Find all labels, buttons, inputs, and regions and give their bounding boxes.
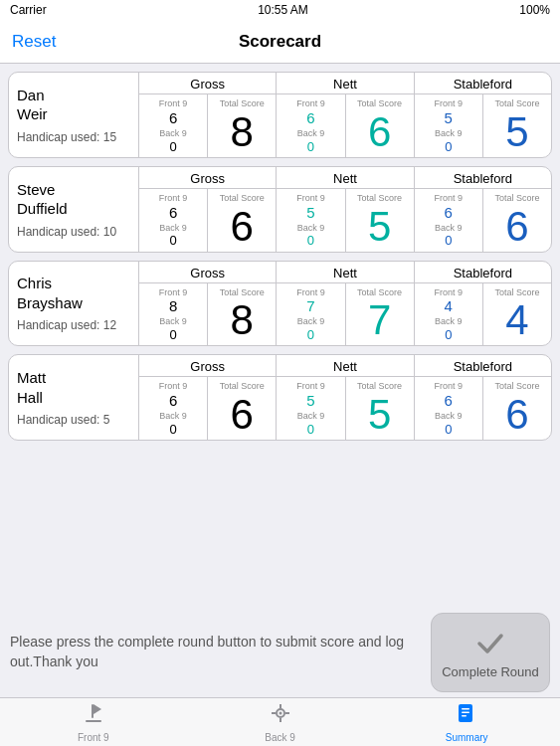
tab-front-9[interactable]: Front 9	[0, 698, 187, 746]
stableford-total-3: 6	[505, 394, 528, 436]
gross-back9-value-2: 0	[169, 327, 176, 342]
stableford-back9-value-0: 0	[445, 139, 452, 154]
stableford-total-1: 6	[505, 206, 528, 248]
checkmark-icon	[474, 627, 506, 658]
tab-label-1: Back 9	[265, 732, 295, 743]
nett-group-1: Nett Front 9 5 Back 9 0 Total Score 5	[276, 167, 413, 252]
reset-button[interactable]: Reset	[12, 32, 56, 52]
bottom-instructions: Please press the complete round button t…	[10, 633, 419, 671]
player-name-1: SteveDuffield	[17, 180, 130, 219]
nett-total-2: 7	[368, 299, 391, 341]
tab-label-0: Front 9	[78, 732, 109, 743]
gross-front9-label-0: Front 9	[159, 98, 188, 109]
stableford-group-3: Stableford Front 9 6 Back 9 0 Total Scor…	[414, 355, 551, 440]
nett-front9-value-2: 7	[306, 298, 314, 313]
gross-group-1: Gross Front 9 6 Back 9 0 Total Score 6	[138, 167, 276, 252]
stableford-front9-value-1: 6	[445, 205, 453, 220]
time-label: 10:55 AM	[258, 3, 308, 17]
player-card-3: MattHall Handicap used: 5 Gross Front 9 …	[8, 354, 552, 441]
bottom-section: Please press the complete round button t…	[0, 608, 560, 697]
player-info-1: SteveDuffield Handicap used: 10	[9, 167, 138, 252]
svg-rect-12	[462, 715, 467, 717]
tab-bar: Front 9Back 9Summary	[0, 697, 560, 746]
svg-rect-2	[86, 720, 101, 722]
stableford-header-1: Stableford	[415, 167, 551, 189]
player-handicap-3: Handicap used: 5	[17, 413, 130, 427]
gross-total-2: 8	[231, 299, 254, 341]
gross-header-3: Gross	[139, 355, 276, 377]
player-handicap-2: Handicap used: 12	[17, 318, 130, 332]
nett-total-1: 5	[368, 206, 391, 248]
nav-bar: Reset Scorecard	[0, 20, 560, 64]
nett-total-3: 5	[368, 394, 391, 436]
stableford-group-2: Stableford Front 9 4 Back 9 0 Total Scor…	[414, 262, 551, 346]
gross-total-0: 8	[231, 111, 254, 153]
svg-point-4	[279, 711, 281, 714]
nett-front9-value-0: 6	[306, 110, 314, 125]
nett-front9-value-3: 5	[306, 393, 314, 408]
player-handicap-0: Handicap used: 15	[17, 130, 130, 144]
stableford-group-1: Stableford Front 9 6 Back 9 0 Total Scor…	[414, 167, 551, 252]
nett-header-1: Nett	[277, 167, 413, 189]
nett-back9-value-1: 0	[307, 233, 314, 248]
main-content: DanWeir Handicap used: 15 Gross Front 9 …	[0, 64, 560, 608]
gross-front9-label-2: Front 9	[159, 287, 188, 298]
stableford-total-2: 4	[505, 299, 528, 341]
player-name-3: MattHall	[17, 368, 130, 407]
page-title: Scorecard	[239, 32, 321, 52]
scores-section-1: Gross Front 9 6 Back 9 0 Total Score 6	[138, 167, 551, 252]
stableford-group-0: Stableford Front 9 5 Back 9 0 Total Scor…	[414, 73, 551, 157]
nett-header-0: Nett	[277, 73, 413, 94]
nett-header-3: Nett	[277, 355, 413, 377]
stableford-header-0: Stableford	[415, 73, 551, 94]
nett-header-2: Nett	[277, 262, 413, 283]
gross-header-1: Gross	[139, 167, 276, 189]
gross-header-0: Gross	[139, 73, 276, 94]
complete-round-button[interactable]: Complete Round	[431, 613, 550, 692]
battery-label: 100%	[519, 3, 550, 17]
stableford-total-0: 5	[505, 111, 528, 153]
gross-front9-value-0: 6	[169, 110, 177, 125]
gross-back9-value-3: 0	[169, 422, 176, 437]
status-bar: Carrier 10:55 AM 100%	[0, 0, 560, 20]
player-card-1: SteveDuffield Handicap used: 10 Gross Fr…	[8, 166, 552, 253]
stableford-header-2: Stableford	[415, 262, 551, 283]
nett-back9-value-3: 0	[307, 422, 314, 437]
svg-rect-0	[92, 704, 93, 718]
tab-icon-2	[456, 702, 477, 730]
gross-total-3: 6	[231, 394, 254, 436]
nett-front9-value-1: 5	[306, 205, 314, 220]
nett-back9-value-0: 0	[307, 139, 314, 154]
nett-group-2: Nett Front 9 7 Back 9 0 Total Score 7	[276, 262, 413, 346]
carrier-label: Carrier	[10, 3, 47, 17]
tab-icon-1	[270, 702, 291, 730]
stableford-back9-value-1: 0	[445, 233, 452, 248]
player-name-0: DanWeir	[17, 86, 130, 124]
player-card-2: ChrisBrayshaw Handicap used: 12 Gross Fr…	[8, 261, 552, 347]
gross-front9-label-3: Front 9	[159, 381, 188, 392]
stableford-front9-value-2: 4	[445, 298, 453, 313]
gross-back9-value-1: 0	[169, 233, 176, 248]
gross-back9-value-0: 0	[169, 139, 176, 154]
player-info-0: DanWeir Handicap used: 15	[9, 73, 138, 157]
nett-back9-value-2: 0	[307, 327, 314, 342]
tab-icon-0	[83, 702, 104, 730]
gross-group-2: Gross Front 9 8 Back 9 0 Total Score 8	[138, 262, 276, 346]
stableford-back9-value-3: 0	[445, 422, 452, 437]
svg-rect-11	[462, 711, 469, 713]
gross-front9-label-1: Front 9	[159, 193, 188, 204]
player-card-0: DanWeir Handicap used: 15 Gross Front 9 …	[8, 72, 552, 158]
nett-total-0: 6	[368, 111, 391, 153]
player-handicap-1: Handicap used: 10	[17, 225, 130, 239]
gross-front9-value-3: 6	[169, 393, 177, 408]
gross-group-0: Gross Front 9 6 Back 9 0 Total Score 8	[138, 73, 276, 157]
nett-group-3: Nett Front 9 5 Back 9 0 Total Score 5	[276, 355, 413, 440]
scores-section-2: Gross Front 9 8 Back 9 0 Total Score 8	[138, 262, 551, 346]
player-name-2: ChrisBrayshaw	[17, 274, 130, 312]
tab-summary[interactable]: Summary	[373, 698, 560, 746]
svg-marker-1	[93, 704, 101, 714]
tab-back-9[interactable]: Back 9	[187, 698, 374, 746]
scores-section-0: Gross Front 9 6 Back 9 0 Total Score 8	[138, 73, 551, 157]
tab-label-2: Summary	[446, 732, 488, 743]
svg-rect-10	[462, 708, 469, 710]
